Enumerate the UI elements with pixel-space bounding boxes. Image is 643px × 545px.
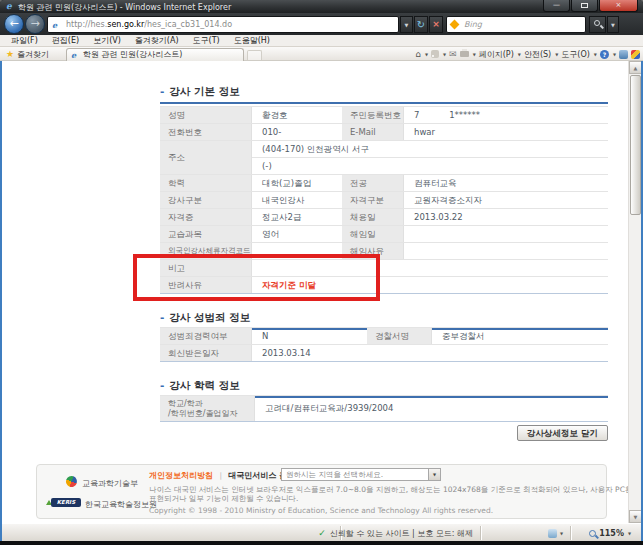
moe-logo-icon <box>64 474 78 488</box>
field-value: (404-170) 인천광역시 서구 <box>252 141 608 158</box>
table-row: 주소 (404-170) 인천광역시 서구 (-) <box>160 141 608 175</box>
section-title: 강사 기본 정보 <box>169 85 239 97</box>
scroll-up-button[interactable]: ▲ <box>629 61 642 74</box>
field-label: 성범죄경력여부 <box>160 328 252 344</box>
bing-icon <box>450 20 460 30</box>
field-label: E-Mail <box>342 124 404 140</box>
favorites-label: 즐겨찾기 <box>17 49 49 60</box>
annotation-highlight-box <box>133 254 380 301</box>
table-row: 강사구분 내국인강사 자격구분 교원자격증소지자 <box>160 192 608 209</box>
page-favicon: e <box>52 18 57 33</box>
field-label: 채용일 <box>342 209 404 225</box>
region-select[interactable]: 원하시는 지역을 선택하세요. ▼ <box>281 468 441 481</box>
field-value: N <box>252 328 367 344</box>
tab-active[interactable]: e 학원 관련 민원(강사리스트) <box>66 48 244 61</box>
mail-icon[interactable]: ✉ <box>449 49 457 59</box>
url-prefix: http://hes. <box>66 20 107 29</box>
scrollbar-thumb[interactable] <box>630 75 641 215</box>
feed-icon[interactable] <box>431 50 439 58</box>
browser-window: e 학원 관련 민원(강사리스트) - Windows Internet Exp… <box>0 0 643 545</box>
menu-tools[interactable]: 도구(T) <box>186 35 227 46</box>
page-dropdown-icon[interactable]: ▼ <box>518 52 521 57</box>
status-bar: ✓ 신뢰할 수 있는 사이트 | 보호 모드: 해제 ▼ 115% ▼ <box>2 523 641 541</box>
messenger-icon[interactable] <box>631 50 640 59</box>
scroll-down-button[interactable]: ▼ <box>629 510 642 523</box>
print-icon[interactable] <box>460 51 469 57</box>
maximize-button[interactable] <box>571 0 598 12</box>
feed-dropdown-icon[interactable]: ▼ <box>443 52 446 57</box>
menu-bar: 파일(F) 편집(E) 보기(V) 즐겨찾기(A) 도구(T) 도움말(H) <box>0 35 643 47</box>
home-dropdown-icon[interactable]: ▼ <box>425 52 428 57</box>
section-title: 강사 학력 정보 <box>169 379 239 391</box>
field-label: 교습과목 <box>160 226 252 242</box>
search-options-button[interactable]: ▼ <box>607 16 619 33</box>
keris-label: 한국교육학술정보원 <box>85 499 157 510</box>
zoom-level-button[interactable]: 115% ▼ <box>589 524 631 542</box>
help-icon[interactable]: ? <box>600 50 609 59</box>
safety-dropdown-icon[interactable]: ▼ <box>555 52 558 57</box>
table-row: 전화번호 010- E-Mail hwar <box>160 124 608 141</box>
status-tool-dropdown-icon: ▼ <box>560 531 563 536</box>
favorites-button[interactable]: ★ 즐겨찾기 <box>3 47 49 61</box>
command-bar: ⌂▼ ▼ ✉ ▼ 페이지(P)▼ 안전(S)▼ 도구(O)▼ ?▼ <box>415 47 640 61</box>
privacy-policy-link[interactable]: 개인정보처리방침 <box>149 471 213 480</box>
menu-favorites[interactable]: 즐겨찾기(A) <box>128 35 186 46</box>
field-value: 황경호 <box>252 107 342 123</box>
window-bottom-edge <box>0 541 643 545</box>
search-provider-label: Bing <box>464 20 482 29</box>
security-zone-status: ✓ 신뢰할 수 있는 사이트 | 보호 모드: 해제 <box>318 524 473 542</box>
tab-favicon: e <box>71 49 76 61</box>
field-value: 고려대/컴퓨터교육과/3939/2004 <box>255 396 608 421</box>
close-detail-button[interactable]: 강사상세정보 닫기 <box>517 425 608 441</box>
tools-dropdown-icon[interactable]: ▼ <box>594 52 597 57</box>
field-value <box>404 226 608 242</box>
forward-button[interactable]: → <box>25 14 45 34</box>
command-page[interactable]: 페이지(P) <box>479 49 514 60</box>
addon-icon[interactable] <box>619 50 628 59</box>
moe-label: 교육과학기술부 <box>82 478 138 489</box>
field-label-line1: 학교/학과 <box>168 399 203 408</box>
menu-file[interactable]: 파일(F) <box>4 35 45 46</box>
status-separator <box>570 526 571 540</box>
field-label: 자격증 <box>160 209 252 225</box>
field-label: 학력 <box>160 175 252 191</box>
search-button[interactable] <box>589 16 606 33</box>
command-safety[interactable]: 안전(S) <box>524 49 551 60</box>
page-footer: 교육과학기술부 KERIS 한국교육학술정보원 개인정보처리방침 | 대국민서비… <box>36 464 607 519</box>
help-dropdown-icon[interactable]: ▼ <box>613 52 616 57</box>
close-button[interactable]: × <box>599 0 638 12</box>
table-row: 성범죄경력여부 N 경찰서명 중부경찰서 <box>160 328 608 345</box>
menu-help[interactable]: 도움말(H) <box>227 35 277 46</box>
vertical-scrollbar[interactable]: ▲ ▼ <box>628 61 641 523</box>
menu-edit[interactable]: 편집(E) <box>45 35 86 46</box>
menu-view[interactable]: 보기(V) <box>86 35 128 46</box>
home-icon[interactable]: ⌂ <box>415 49 421 59</box>
back-button[interactable]: ← <box>4 14 24 34</box>
command-tools[interactable]: 도구(O) <box>561 49 590 60</box>
refresh-button[interactable]: ↻ <box>414 16 428 33</box>
table-row: 교습과목 영어 해임일 <box>160 226 608 243</box>
zoom-magnifier-icon <box>589 530 596 537</box>
table-row: 자격증 정교사2급 채용일 2013.03.22 <box>160 209 608 226</box>
stop-button[interactable]: × <box>429 16 443 33</box>
maximize-icon <box>581 3 588 8</box>
footer-divider: | <box>219 471 222 480</box>
field-label-line2: /학위번호/졸업일자 <box>168 409 237 418</box>
section-basic-info-header: -강사 기본 정보 <box>160 85 608 104</box>
region-select-value: 원하시는 지역을 선택하세요. <box>286 470 383 479</box>
ie-logo-icon: e <box>6 1 12 11</box>
field-label: 성명 <box>160 107 252 123</box>
magnifier-icon <box>594 20 600 26</box>
print-dropdown-icon[interactable]: ▼ <box>473 52 476 57</box>
status-tool-button[interactable]: ▼ <box>548 524 563 542</box>
minimize-button[interactable]: — <box>543 0 570 12</box>
field-value: 교원자격증소지자 <box>404 192 608 208</box>
new-tab-button[interactable] <box>247 50 262 60</box>
address-dropdown-button[interactable]: ▼ <box>400 16 413 33</box>
field-value: 컴퓨터교육 <box>404 175 608 191</box>
footer-notice-line2: 표현되거나 일부 기능이 제한될 수 있습니다. <box>149 494 298 504</box>
crime-info-table: 성범죄경력여부 N 경찰서명 중부경찰서 회신받은일자 2013.03.14 <box>160 327 608 362</box>
region-select-dropdown-icon[interactable]: ▼ <box>428 469 440 480</box>
search-input[interactable]: Bing <box>446 16 586 33</box>
address-bar[interactable]: e http://hes.sen.go.kr/hes_ica_cb31_014.… <box>47 16 399 33</box>
